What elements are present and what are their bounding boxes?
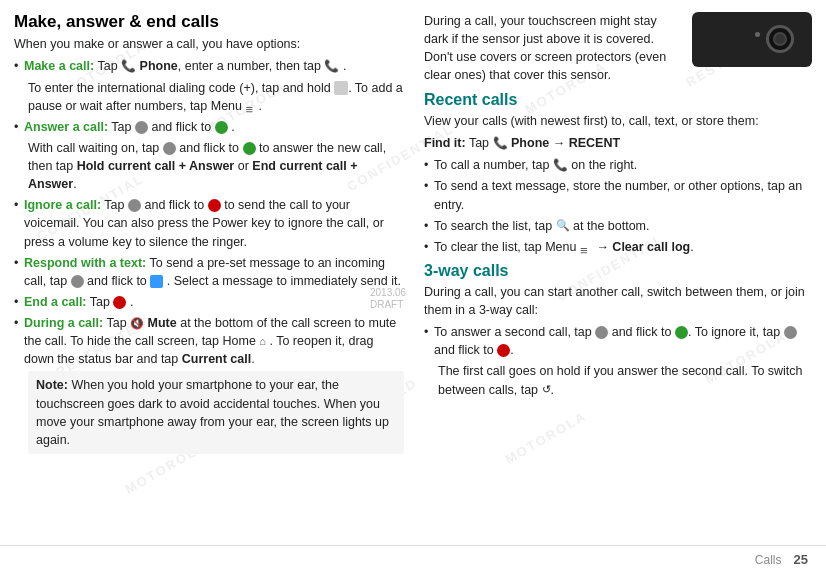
search-icon: 🔍 (556, 218, 570, 234)
item-text2: Phone, enter a number, then tap (140, 59, 325, 73)
red-icon (208, 199, 221, 212)
recent-calls-intro: View your calls (with newest first) to, … (424, 112, 812, 130)
end-icon (113, 296, 126, 309)
answer-call-indent: With call waiting on, tap and flick to t… (28, 139, 404, 193)
item-text2: and flick to (144, 198, 207, 212)
item-text2: . (130, 295, 133, 309)
circle-icon3 (128, 199, 141, 212)
phone-icon4: 📞 (553, 157, 568, 174)
item-text: Tap (97, 59, 121, 73)
list-item: End a call: Tap . (14, 293, 404, 311)
recent-calls-title: Recent calls (424, 91, 812, 109)
list-item: During a call: Tap 🔇 Mute at the bottom … (14, 314, 404, 368)
item-label: Make a call: (24, 59, 94, 73)
circle-icon (135, 121, 148, 134)
green-icon (215, 121, 228, 134)
item-text3: . Select a message to immediately send i… (167, 274, 401, 288)
list-item: Make a call: Tap 📞 Phone, enter a number… (14, 57, 404, 75)
hold-icon (334, 81, 348, 95)
three-way-list: To answer a second call, tap and flick t… (424, 323, 812, 399)
list-item: To clear the list, tap Menu → Clear call… (424, 238, 812, 256)
recent-calls-list: To call a number, tap 📞 on the right. To… (424, 156, 812, 256)
item-text: Tap (90, 295, 114, 309)
item-label: During a call: (24, 316, 103, 330)
camera-icon (766, 25, 794, 53)
camera-inner (773, 32, 787, 46)
list-item: To call a number, tap 📞 on the right. (424, 156, 812, 174)
item-text: Tap (111, 120, 135, 134)
list-item: Answer a call: Tap and flick to . (14, 118, 404, 136)
home-icon: ⌂ (259, 334, 266, 350)
list-item: Respond with a text: To send a pre-set m… (14, 254, 404, 290)
menu-icon2 (580, 242, 593, 253)
green-icon2 (243, 142, 256, 155)
phone-icon2: 📞 (324, 58, 339, 75)
item-label: Ignore a call: (24, 198, 101, 212)
find-it-phone: Tap (469, 136, 493, 150)
item-label: Respond with a text: (24, 256, 146, 270)
green-icon3 (675, 326, 688, 339)
circle-icon6 (784, 326, 797, 339)
find-it: Find it: Tap 📞 Phone → RECENT (424, 134, 812, 152)
item-text2: and flick to (87, 274, 150, 288)
find-it-label: Find it: (424, 136, 466, 150)
three-way-indent: The first call goes on hold if you answe… (438, 362, 812, 398)
make-call-indent: To enter the international dialing code … (28, 79, 404, 115)
mute-icon: 🔇 (130, 316, 144, 332)
device-image (692, 12, 812, 67)
item-label: End a call: (24, 295, 87, 309)
item-label: Answer a call: (24, 120, 108, 134)
phone-icon: 📞 (121, 58, 136, 75)
call-options-list: Make a call: Tap 📞 Phone, enter a number… (14, 57, 404, 454)
note-label: Note: (36, 378, 68, 392)
three-way-title: 3-way calls (424, 262, 812, 280)
find-it-text: Phone → RECENT (511, 136, 620, 150)
item-text: Tap (106, 316, 130, 330)
circle-icon5 (595, 326, 608, 339)
menu-icon (245, 101, 258, 112)
circle-icon4 (71, 275, 84, 288)
item-text3: . (231, 120, 234, 134)
light-dot (755, 32, 760, 37)
item-text: Tap (104, 198, 128, 212)
circle-icon2 (163, 142, 176, 155)
list-item: To search the list, tap 🔍 at the bottom. (424, 217, 812, 235)
red-icon2 (497, 344, 510, 357)
item-text2: and flick to (151, 120, 214, 134)
three-way-intro: During a call, you can start another cal… (424, 283, 812, 319)
refresh-icon: ↺ (542, 382, 551, 398)
page-title: Make, answer & end calls (14, 12, 404, 32)
list-item: To send a text message, store the number… (424, 177, 812, 213)
list-item: Ignore a call: Tap and flick to to send … (14, 196, 404, 250)
blue-icon (150, 275, 163, 288)
list-item: To answer a second call, tap and flick t… (424, 323, 812, 359)
during-call-indent: Note: When you hold your smartphone to y… (28, 371, 404, 454)
phone-icon3: 📞 (493, 135, 508, 152)
item-text3: . (343, 59, 346, 73)
intro-text: When you make or answer a call, you have… (14, 35, 404, 53)
